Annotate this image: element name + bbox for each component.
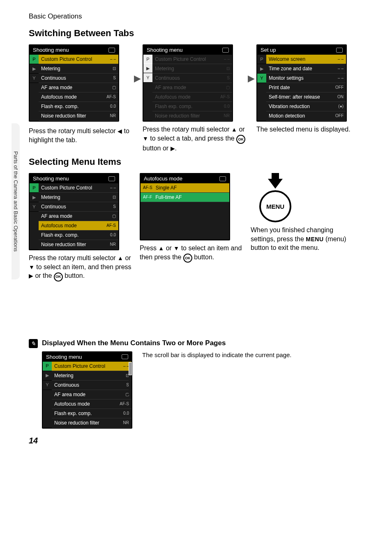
note-text: The scroll bar is displayed to indicate … — [142, 351, 292, 358]
menu-item: Custom Picture Control– – — [52, 362, 131, 371]
menu-text-icon: MENU — [306, 236, 323, 242]
section-title-2: Selecting Menu Items — [29, 157, 371, 167]
tab-play-icon: ▶ — [30, 193, 39, 202]
autofocus-mode-screen: Autofocus mode AF-SSingle AFAF-FFull-tim… — [140, 173, 230, 240]
card-icon — [122, 354, 128, 359]
menu-item: Noise reduction filterNR — [39, 240, 118, 249]
tab-p-icon: P — [43, 362, 52, 371]
menu-list: Custom Picture Control– –Metering⊡Contin… — [152, 55, 232, 121]
menu-item: ContinuousS — [52, 381, 131, 390]
caption-1-3: The selected menu is displayed. — [256, 125, 360, 134]
note-pencil-icon: ✎ — [29, 339, 38, 348]
caption-1-1: Press the rotary multi selector ◀ to hig… — [29, 127, 132, 144]
caption-2-1: Press the rotary multi selector ▲ or ▼ t… — [29, 254, 132, 281]
menu-item: Autofocus modeAF-S — [52, 399, 131, 409]
caption-2-3: When you finished changing settings, pre… — [251, 226, 354, 252]
scrollbar — [129, 362, 131, 395]
menu-title: Set up — [261, 47, 276, 53]
menu-button-diagram: MENU — [251, 173, 300, 222]
flow-arrow-icon: ▶ — [134, 73, 141, 84]
menu-item: ContinuousS — [39, 74, 118, 83]
down-icon: ▼ — [29, 264, 35, 270]
menu-item: Vibration reduction(●) — [266, 102, 346, 111]
menu-list: Custom Picture Control– –Metering⊡Contin… — [39, 55, 118, 121]
right-icon: ▶ — [29, 273, 33, 279]
menu-item: Flash exp. comp.0.0 — [39, 231, 118, 240]
menu-item: Metering⊡ — [52, 371, 131, 381]
ok-button-icon: OK — [236, 135, 245, 144]
tab-wrench-icon: Y — [257, 74, 266, 83]
page-number: 14 — [29, 436, 371, 445]
breadcrumb: Basic Operations — [29, 12, 371, 21]
tab-column: P ▶ Y — [30, 55, 39, 121]
menu-item: Flash exp. comp.0.0 — [39, 102, 118, 111]
tab-p-icon: P — [257, 55, 266, 64]
tab-play-icon: ▶ — [143, 64, 152, 73]
tab-play-icon: ▶ — [257, 64, 266, 74]
menu-item: Custom Picture Control– – — [39, 183, 118, 193]
note-title: Displayed When the Menu Contains Two or … — [42, 339, 371, 347]
option-item: AF-FFull-time AF — [141, 193, 229, 202]
tab-column: P ▶ Y — [143, 55, 152, 121]
right-icon: ▶ — [171, 145, 175, 151]
option-list: AF-SSingle AFAF-FFull-time AF — [141, 183, 229, 202]
tab-column: P ▶ Y — [43, 362, 52, 428]
menu-item: Flash exp. comp.0.0 — [52, 409, 131, 418]
down-arrow-icon — [268, 179, 283, 189]
tab-wrench-icon: Y — [43, 381, 52, 390]
left-icon: ◀ — [118, 128, 122, 134]
menu-item: ContinuousS — [39, 202, 118, 212]
shooting-menu-screen-3: Shooting menu P ▶ Y Custom Picture Contr… — [29, 173, 119, 250]
menu-item: Metering⊡ — [152, 64, 232, 74]
tab-column: P ▶ Y — [30, 183, 39, 249]
menu-item: Time zone and date– – — [266, 64, 346, 74]
card-icon — [222, 48, 229, 53]
caption-2-2: Press ▲ or ▼ to select an item and then … — [140, 244, 243, 263]
menu-item: Noise reduction filterNR — [152, 111, 232, 121]
down-icon: ▼ — [143, 136, 148, 141]
menu-item: Welcome screen– – — [266, 55, 346, 64]
side-tab-label: Parts of the Camera and Basic Operations — [13, 151, 19, 252]
shooting-menu-screen-scroll: Shooting menu P ▶ Y Custom Picture Contr… — [42, 351, 132, 429]
menu-item: AF area mode▢ — [39, 212, 118, 221]
ok-button-icon: OK — [54, 272, 63, 282]
tab-p-icon: P — [30, 183, 39, 193]
card-icon — [108, 176, 115, 181]
menu-item: Noise reduction filterNR — [39, 111, 118, 121]
menu-item: Autofocus modeAF-S — [152, 92, 232, 102]
shooting-menu-screen-1: Shooting menu P ▶ Y Custom Picture Contr… — [29, 44, 119, 122]
menu-title: Shooting menu — [147, 47, 182, 53]
option-item: AF-SSingle AF — [141, 183, 229, 193]
menu-list: Welcome screen– –Time zone and date– –Mo… — [266, 55, 346, 121]
scrollbar-thumb — [129, 362, 132, 375]
tab-wrench-icon: Y — [30, 202, 39, 212]
tab-play-icon: ▶ — [30, 64, 39, 74]
flow-arrow-icon: ▶ — [248, 73, 255, 84]
tab-wrench-icon: Y — [30, 74, 39, 83]
menu-list: Custom Picture Control– –Metering⊡Contin… — [39, 183, 118, 249]
tab-play-icon: ▶ — [43, 371, 52, 381]
menu-item: Metering⊡ — [39, 193, 118, 202]
menu-item: Custom Picture Control– – — [152, 55, 232, 64]
menu-item: Custom Picture Control– – — [39, 55, 118, 64]
menu-title: Shooting menu — [33, 176, 69, 181]
side-tab: Parts of the Camera and Basic Operations — [12, 123, 20, 279]
menu-item: Motion detectionOFF — [266, 111, 346, 121]
card-icon — [219, 176, 226, 181]
section-title-1: Switching Between Tabs — [29, 28, 371, 39]
tab-p-icon: P — [143, 55, 152, 64]
tab-p-icon: P — [30, 55, 39, 64]
caption-1-2: Press the rotary multi selector ▲ or ▼ t… — [143, 125, 246, 152]
menu-item: Flash exp. comp.0.0 — [152, 102, 232, 111]
menu-title: Autofocus mode — [144, 176, 182, 181]
menu-item: AF area mode▢ — [152, 83, 232, 92]
menu-item: AF area mode▢ — [52, 390, 131, 399]
card-icon — [336, 48, 343, 53]
menu-item: Metering⊡ — [39, 64, 118, 74]
menu-item: Autofocus modeAF-S — [39, 92, 118, 102]
menu-item: ContinuousS — [152, 74, 232, 83]
card-icon — [108, 48, 115, 53]
menu-title: Shooting menu — [46, 354, 82, 360]
shooting-menu-screen-2: Shooting menu P ▶ Y Custom Picture Contr… — [143, 44, 233, 122]
menu-item: Monitor settings– – — [266, 74, 346, 83]
